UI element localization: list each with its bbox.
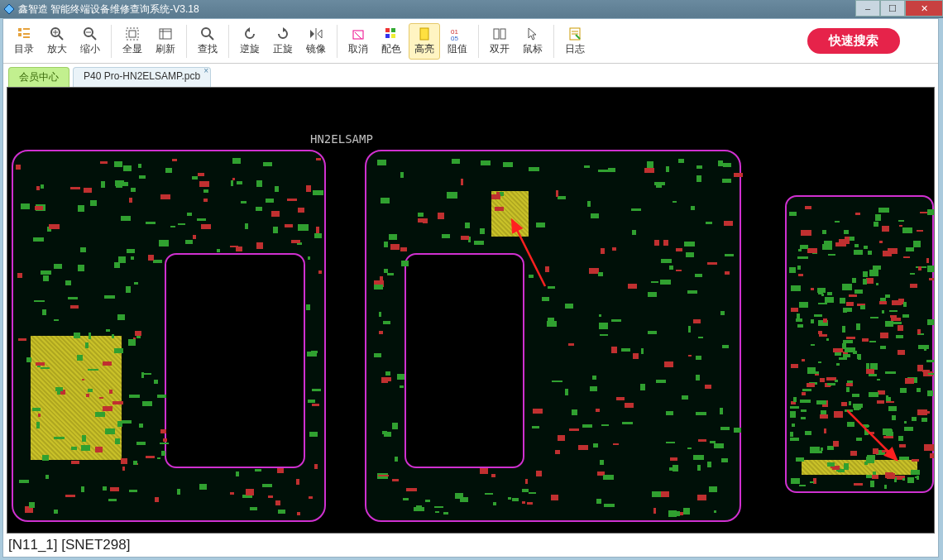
color-button[interactable]: 配色 [376, 23, 407, 60]
pcb-component [920, 212, 927, 213]
pcb-component [709, 486, 717, 492]
pcb-component [438, 213, 444, 218]
pcb-component [217, 249, 220, 252]
pcb-component [122, 420, 131, 424]
log-button[interactable]: 日志 [559, 23, 591, 60]
pcb-component [654, 240, 659, 246]
dual-button[interactable]: 双开 [484, 23, 515, 60]
pcb-component [81, 445, 90, 451]
pcb-component [55, 387, 64, 391]
pcb-component [142, 401, 152, 407]
pcb-component [879, 241, 883, 243]
pcb-component [836, 363, 840, 366]
pcb-component [628, 284, 637, 289]
cancel-button[interactable]: 取消 [342, 23, 374, 60]
pcb-component [790, 438, 799, 442]
pcb-component [54, 319, 59, 322]
ccw-button[interactable]: 逆旋 [234, 23, 266, 60]
cw-button[interactable]: 正旋 [267, 23, 299, 60]
toolbar-label: 阻值 [448, 42, 467, 56]
pcb-component [611, 347, 616, 353]
pcb-component [820, 414, 829, 419]
maximize-button[interactable]: ☐ [880, 0, 905, 17]
pcb-viewer[interactable]: HN2ELSAMP [7, 87, 935, 534]
pcb-component [556, 190, 558, 196]
pcb-component [608, 168, 615, 172]
pcb-component [843, 354, 851, 357]
pcb-component [666, 411, 673, 414]
pcb-cutout [165, 253, 305, 468]
pcb-component [314, 464, 318, 470]
pcb-component [480, 468, 488, 474]
pcb-component [676, 270, 682, 271]
pcb-component [847, 422, 854, 427]
pcb-component [846, 383, 853, 386]
svg-rect-13 [129, 31, 136, 37]
pcb-component [536, 471, 542, 476]
rotate-ccw-icon [242, 26, 257, 42]
mirror-button[interactable]: 镜像 [300, 23, 332, 60]
pcb-component [397, 374, 404, 381]
pcb-component [246, 489, 253, 495]
res-button[interactable]: 0105阻值 [442, 23, 473, 60]
pcb-component [159, 240, 169, 246]
pcb-component [930, 453, 935, 458]
pcb-component [863, 279, 867, 285]
toolbar-label: 双开 [490, 42, 510, 56]
pcb-component [136, 442, 146, 446]
gold-pad [802, 460, 917, 475]
pcb-component [551, 495, 558, 500]
pcb-component [129, 198, 132, 202]
zoom-out-button[interactable]: 缩小 [74, 23, 106, 60]
pcb-component [898, 436, 903, 441]
close-icon[interactable]: × [203, 66, 208, 75]
pcb-component [384, 242, 388, 247]
pcb-component [882, 226, 889, 232]
pcb-component [673, 201, 677, 203]
pcb-component [661, 259, 672, 263]
pcb-component [105, 428, 115, 434]
pcb-component [296, 479, 299, 485]
pcb-component [797, 314, 799, 318]
pcb-component [864, 429, 868, 435]
pcb-component [725, 254, 734, 256]
pcb-component [910, 273, 914, 275]
fit-button[interactable]: 全显 [117, 23, 148, 60]
pcb-component [852, 394, 859, 397]
pcb-component [298, 208, 304, 213]
pcb-component [705, 385, 711, 389]
highlight-button[interactable]: 高亮 [409, 23, 440, 60]
pcb-component [271, 211, 280, 217]
pcb-component [793, 397, 797, 402]
pcb-component [387, 273, 394, 275]
pcb-component [82, 435, 86, 442]
tab-member[interactable]: 会员中心 [8, 67, 69, 87]
pcb-component [799, 302, 808, 308]
refresh-button[interactable]: 刷新 [150, 23, 181, 60]
pcb-component [81, 486, 84, 492]
pcb-component [791, 478, 800, 484]
pcb-component [153, 260, 162, 263]
mouse-button[interactable]: 鼠标 [517, 23, 548, 60]
close-button[interactable]: ✕ [905, 0, 943, 17]
pcb-component [613, 443, 620, 445]
pcb-component [474, 241, 483, 246]
pcb-component [928, 373, 935, 375]
quick-search-button[interactable]: 快速搜索 [807, 28, 900, 54]
svg-rect-30 [500, 29, 505, 39]
catalog-button[interactable]: 目录 [8, 23, 40, 60]
pcb-component [816, 371, 819, 374]
pcb-component [885, 472, 893, 478]
pcb-component [117, 314, 125, 320]
pcb-component [867, 455, 874, 460]
pcb-component [312, 389, 321, 390]
tab-pcb[interactable]: P40 Pro-HN2ELSAMP.pcb× [73, 67, 211, 87]
pcb-component [885, 294, 891, 298]
minimize-button[interactable]: – [855, 0, 880, 17]
pcb-component [70, 187, 80, 189]
zoom-in-button[interactable]: 放大 [41, 23, 73, 60]
pcb-component [656, 183, 662, 188]
pcb-component [811, 344, 815, 346]
find-button[interactable]: 查找 [192, 23, 223, 60]
pcb-component [821, 448, 823, 451]
